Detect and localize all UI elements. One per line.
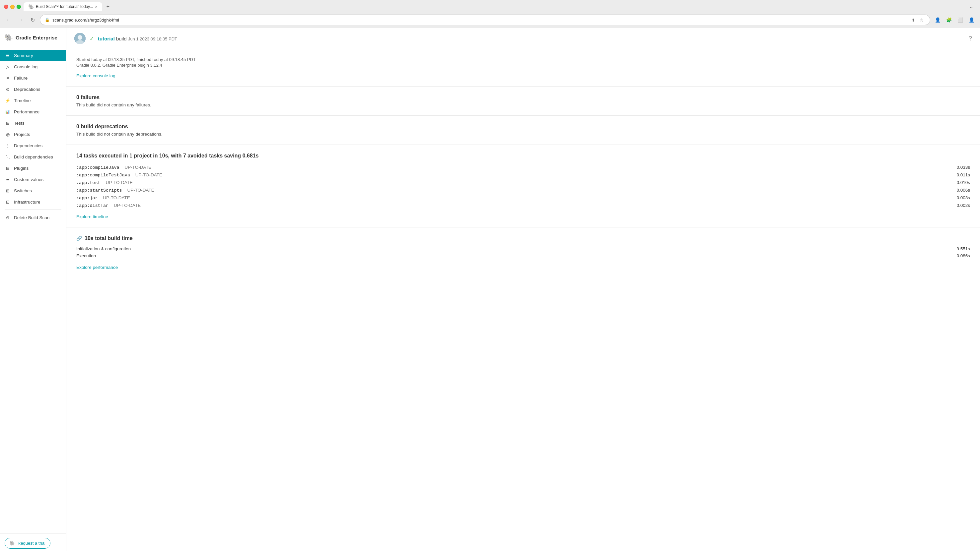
task-time-1: 0.011s	[956, 172, 970, 177]
profile-avatar-icon[interactable]: 👤	[967, 15, 976, 25]
tab-close-button[interactable]: ✕	[95, 5, 97, 9]
section-tasks: 14 tasks executed in 1 project in 10s, w…	[66, 145, 980, 227]
close-button[interactable]	[4, 5, 8, 9]
main-content: ✓ tutorial build Jun 1 2023 09:18:35 PDT…	[66, 28, 980, 551]
sidebar-toggle-icon[interactable]: ⬜	[955, 15, 965, 25]
request-trial-button[interactable]: 🐘 Request a trial	[5, 538, 51, 549]
url-bar[interactable]: 🔒 scans.gradle.com/s/ergz3dghk4fmi ⬆ ☆	[40, 14, 930, 25]
sidebar-item-custom-values[interactable]: Custom values	[0, 174, 66, 185]
new-tab-button[interactable]: +	[103, 2, 112, 11]
maximize-button[interactable]	[17, 5, 21, 9]
sidebar-item-infrastructure[interactable]: Infrastructure	[0, 196, 66, 208]
sidebar-item-label-infrastructure: Infrastructure	[14, 200, 61, 205]
build-time-title: 10s total build time	[84, 235, 133, 241]
sidebar-divider	[5, 210, 61, 210]
reload-button[interactable]: ↻	[28, 15, 37, 25]
task-name-4: :app:jar	[76, 195, 98, 200]
active-tab[interactable]: 🐘 Build Scan™ for 'tutorial' today... ✕	[24, 2, 102, 11]
tasks-title: 14 tasks executed in 1 project in 10s, w…	[76, 153, 970, 159]
sidebar-item-label-delete: Delete Build Scan	[14, 215, 61, 220]
tasks-highlight: 7 avoided tasks	[183, 153, 223, 159]
sidebar-logo: 🐘 Gradle Enterprise	[0, 28, 66, 47]
page-header: ✓ tutorial build Jun 1 2023 09:18:35 PDT…	[66, 28, 980, 49]
task-time-2: 0.010s	[956, 180, 970, 185]
sidebar-item-summary[interactable]: Summary	[0, 50, 66, 61]
info-line-1: Started today at 09:18:35 PDT, finished …	[76, 57, 970, 62]
tab-favicon: 🐘	[28, 4, 34, 9]
projects-icon	[5, 131, 11, 137]
forward-button[interactable]: →	[16, 15, 25, 25]
sidebar-item-label-switches: Switches	[14, 188, 61, 193]
sidebar-item-deprecations[interactable]: Deprecations	[0, 84, 66, 95]
task-list: :app:compileJava UP-TO-DATE 0.033s :app:…	[76, 164, 970, 209]
sidebar-item-label-dependencies: Dependencies	[14, 143, 61, 148]
dependencies-icon	[5, 143, 11, 149]
task-name-1: :app:compileTestJava	[76, 173, 130, 178]
profiles-icon[interactable]: 👤	[933, 15, 942, 25]
sidebar-item-label-tests: Tests	[14, 121, 61, 125]
table-row: :app:jar UP-TO-DATE 0.003s	[76, 194, 970, 202]
sidebar-item-projects[interactable]: Projects	[0, 129, 66, 140]
sidebar-item-timeline[interactable]: Timeline	[0, 95, 66, 106]
sidebar-nav: Summary Console log Failure Deprecations…	[0, 47, 66, 534]
url-actions: ⬆ ☆	[909, 16, 925, 24]
tasks-title-post: saving 0.681s	[223, 153, 259, 159]
explore-console-log-link[interactable]: Explore console log	[76, 73, 115, 78]
explore-timeline-link[interactable]: Explore timeline	[76, 214, 108, 219]
anchor-icon: 🔗	[76, 236, 82, 241]
help-icon[interactable]: ?	[969, 35, 972, 42]
browser-toolbar-icons: 👤 🧩 ⬜ 👤	[933, 15, 976, 25]
chevron-down-icon[interactable]: ⌄	[967, 2, 976, 11]
infrastructure-icon	[5, 199, 11, 205]
sidebar-item-delete[interactable]: Delete Build Scan	[0, 212, 66, 223]
summary-icon	[5, 52, 11, 58]
table-row: :app:compileJava UP-TO-DATE 0.033s	[76, 164, 970, 171]
explore-performance-link[interactable]: Explore performance	[76, 265, 118, 270]
time-label-1: Execution	[76, 253, 96, 258]
sidebar-item-performance[interactable]: Performance	[0, 106, 66, 118]
back-button[interactable]: ←	[4, 15, 13, 25]
address-bar: ← → ↻ 🔒 scans.gradle.com/s/ergz3dghk4fmi…	[0, 13, 980, 28]
task-time-5: 0.002s	[956, 203, 970, 208]
task-name-0: :app:compileJava	[76, 165, 119, 170]
info-line-2: Gradle 8.0.2, Gradle Enterprise plugin 3…	[76, 63, 970, 68]
sidebar-item-dependencies[interactable]: Dependencies	[0, 140, 66, 151]
header-date: Jun 1 2023 09:18:35 PDT	[128, 37, 177, 41]
timeline-icon	[5, 97, 11, 103]
section-deprecations: 0 build deprecations This build did not …	[66, 116, 980, 145]
task-name-5: :app:distTar	[76, 203, 108, 208]
content-area: Started today at 09:18:35 PDT, finished …	[66, 49, 980, 278]
url-text: scans.gradle.com/s/ergz3dghk4fmi	[52, 17, 907, 22]
bookmark-icon[interactable]: ☆	[918, 16, 925, 24]
console-icon	[5, 64, 11, 70]
deprecations-icon	[5, 86, 11, 92]
header-left: ✓ tutorial build Jun 1 2023 09:18:35 PDT	[74, 33, 177, 44]
time-row-1: Execution 0.086s	[76, 252, 970, 259]
sidebar-item-label-plugins: Plugins	[14, 166, 61, 171]
table-row: :app:startScripts UP-TO-DATE 0.006s	[76, 186, 970, 194]
share-icon[interactable]: ⬆	[909, 16, 916, 24]
switches-icon	[5, 187, 11, 194]
sidebar-item-label-summary: Summary	[14, 53, 61, 58]
sidebar-item-build-dependencies[interactable]: Build dependencies	[0, 151, 66, 162]
task-status-4: UP-TO-DATE	[102, 195, 130, 200]
minimize-button[interactable]	[10, 5, 14, 9]
header-task: build	[116, 36, 127, 41]
avatar	[74, 33, 86, 44]
sidebar-item-label-timeline: Timeline	[14, 98, 61, 103]
sidebar-item-label-projects: Projects	[14, 132, 61, 137]
sidebar-item-console-log[interactable]: Console log	[0, 61, 66, 72]
sidebar-item-switches[interactable]: Switches	[0, 185, 66, 196]
extensions-icon[interactable]: 🧩	[944, 15, 953, 25]
sidebar-item-label-console: Console log	[14, 64, 61, 69]
tests-icon	[5, 120, 11, 126]
failures-text: This build did not contain any failures.	[76, 102, 970, 107]
sidebar-item-tests[interactable]: Tests	[0, 118, 66, 129]
task-status-1: UP-TO-DATE	[134, 172, 162, 177]
table-row: :app:test UP-TO-DATE 0.010s	[76, 179, 970, 186]
sidebar-item-failure[interactable]: Failure	[0, 72, 66, 84]
table-row: :app:distTar UP-TO-DATE 0.002s	[76, 202, 970, 209]
task-name-3: :app:startScripts	[76, 188, 122, 193]
app: 🐘 Gradle Enterprise Summary Console log …	[0, 28, 980, 551]
sidebar-item-plugins[interactable]: Plugins	[0, 162, 66, 174]
